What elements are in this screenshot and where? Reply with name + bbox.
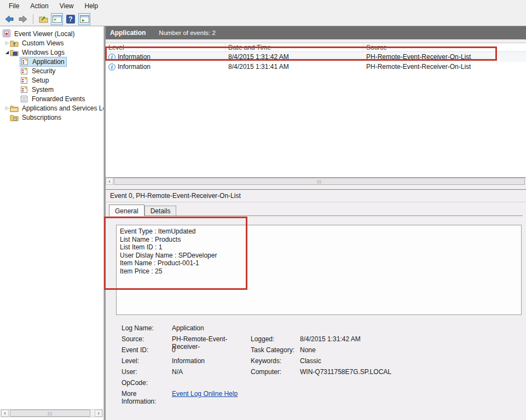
sidebar-item-security[interactable]: Security [0, 66, 103, 75]
field-label-computer: Computer: [251, 368, 300, 376]
sidebar-item-setup[interactable]: Setup [0, 75, 103, 85]
field-label-source: Source: [122, 335, 172, 343]
scrollbar-track[interactable]: ||| [9, 410, 95, 417]
field-label-user: User: [122, 368, 172, 376]
event-level: Information [118, 53, 151, 61]
scroll-left-icon[interactable]: ‹ [1, 410, 9, 417]
event-log-icon [20, 85, 28, 94]
forward-button[interactable] [17, 13, 29, 25]
event-level: Information [118, 63, 151, 71]
sidebar-item-label: System [30, 86, 55, 94]
menu-action[interactable]: Action [25, 1, 54, 11]
tab-general[interactable]: General [109, 205, 144, 216]
expander-expanded-icon[interactable]: ◢ [4, 50, 10, 55]
event-viewer-window: File Action View Help ? [0, 0, 526, 420]
toolbar-separator [33, 14, 33, 24]
field-label-keywords: Keywords: [251, 357, 300, 365]
menu-bar: File Action View Help [0, 0, 526, 12]
field-value-event-id: 0 [172, 346, 251, 354]
action-pane-toggle-button[interactable] [78, 13, 90, 25]
field-label-event-id: Event ID: [122, 346, 172, 354]
list-title-bar: Application Number of events: 2 [106, 26, 526, 39]
field-value-logged: 8/4/2015 1:31:42 AM [300, 335, 391, 343]
event-datetime: 8/4/2015 1:31:42 AM [226, 53, 363, 61]
sidebar-horizontal-scrollbar[interactable]: ‹ ||| › [1, 409, 103, 417]
event-row-2[interactable]: i Information 8/4/2015 1:31:41 AM PH-Rem… [106, 62, 526, 72]
scrollbar-grip-icon: ||| [48, 411, 52, 415]
field-value-log-name: Application [172, 324, 251, 332]
event-log-icon [20, 67, 28, 75]
description-line: Event Type : ItemUpdated [120, 228, 521, 236]
description-line: Item Price : 25 [120, 267, 521, 276]
field-value-keywords: Classic [300, 357, 391, 365]
sidebar-item-custom-views[interactable]: ▷ Custom Views [0, 38, 103, 48]
event-source: PH-Remote-Event-Receiver-On-List [363, 63, 526, 71]
sidebar-item-label: Windows Logs [20, 49, 66, 56]
column-header-level[interactable]: Level [106, 43, 226, 51]
scrollbar-thumb[interactable]: ||| [114, 178, 525, 185]
help-icon: ? [66, 15, 75, 24]
event-row-1[interactable]: i Information 8/4/2015 1:31:42 AM PH-Rem… [106, 52, 526, 62]
sidebar-item-event-viewer-local[interactable]: Event Viewer (Local) [0, 29, 103, 38]
event-description-box[interactable]: Event Type : ItemUpdated List Name : Pro… [116, 225, 522, 315]
sidebar-item-label: Subscriptions [20, 114, 63, 121]
results-pane: Application Number of events: 2 Level Da… [106, 26, 526, 420]
tab-details[interactable]: Details [144, 206, 177, 215]
folder-filter-icon [10, 39, 19, 48]
column-header-date[interactable]: Date and Time [226, 43, 363, 51]
sidebar-item-windows-logs[interactable]: ◢ Windows Logs [0, 48, 103, 57]
help-button[interactable]: ? [65, 13, 77, 25]
description-line: Item Name : Product-001-1 [120, 259, 521, 267]
folder-arrow-icon [39, 15, 48, 23]
menu-view[interactable]: View [54, 1, 79, 11]
scrollbar-thumb[interactable]: ||| [10, 410, 90, 417]
field-value-task-category: None [300, 346, 391, 354]
console-tree-toggle-button[interactable] [51, 13, 63, 25]
scroll-left-icon[interactable]: ‹ [106, 178, 113, 185]
field-label-task-category: Task Category: [251, 346, 300, 354]
sidebar-item-label: Event Viewer (Local) [13, 30, 77, 38]
information-icon: i [108, 63, 115, 71]
event-details-title: Event 0, PH-Remote-Event-Receiver-On-Lis… [106, 190, 526, 202]
field-label-level: Level: [122, 357, 172, 365]
field-label-log-name: Log Name: [122, 324, 172, 332]
list-title: Application [110, 29, 146, 37]
scroll-right-icon[interactable]: › [95, 410, 102, 417]
event-datetime: 8/4/2015 1:31:41 AM [226, 63, 363, 71]
event-log-icon [20, 57, 29, 66]
event-source: PH-Remote-Event-Receiver-On-List [363, 53, 526, 61]
field-label-logged: Logged: [251, 335, 300, 343]
scrollbar-track[interactable]: ||| [113, 178, 526, 185]
expander-collapsed-icon[interactable]: ▷ [4, 40, 10, 45]
sidebar-item-label: Forwarded Events [30, 95, 86, 103]
sidebar-item-subscriptions[interactable]: Subscriptions [0, 113, 103, 122]
divider [106, 202, 526, 202]
field-value-user: N/A [172, 368, 251, 376]
log-file-icon [20, 95, 28, 103]
column-header-row: Level Date and Time Source [106, 43, 526, 52]
sidebar-item-label: Application [31, 58, 66, 66]
menu-help[interactable]: Help [79, 1, 104, 11]
sidebar-item-forwarded-events[interactable]: Forwarded Events [0, 94, 103, 103]
sidebar-item-applications-and-services-logs[interactable]: ▷ Applications and Services Lo [0, 103, 103, 113]
folder-icon [10, 104, 19, 113]
field-value-computer: WIN-Q7311758E7G.SP.LOCAL [300, 368, 391, 376]
sidebar-item-application[interactable]: Application [0, 57, 103, 66]
back-arrow-icon [5, 15, 14, 24]
open-saved-log-button[interactable] [37, 13, 49, 25]
toolbar: ? [0, 12, 526, 26]
sidebar-item-system[interactable]: System [0, 85, 103, 94]
folder-subscriptions-icon [10, 113, 19, 122]
event-details-pane: Event 0, PH-Remote-Event-Receiver-On-Lis… [106, 189, 526, 420]
action-pane-icon [80, 15, 89, 23]
event-log-online-help-link[interactable]: Event Log Online Help [172, 390, 238, 398]
field-value-level: Information [172, 357, 251, 365]
console-tree-pane: Event Viewer (Local) ▷ Custom Views ◢ Wi… [0, 26, 103, 420]
expander-collapsed-icon[interactable]: ▷ [4, 106, 10, 110]
menu-file[interactable]: File [3, 1, 25, 11]
sidebar-item-label: Applications and Services Lo [20, 104, 103, 112]
back-button[interactable] [3, 13, 15, 25]
scrollbar-grip-icon: ||| [317, 179, 321, 183]
list-horizontal-scrollbar[interactable]: ‹ ||| [106, 177, 526, 185]
column-header-source[interactable]: Source [363, 43, 526, 51]
